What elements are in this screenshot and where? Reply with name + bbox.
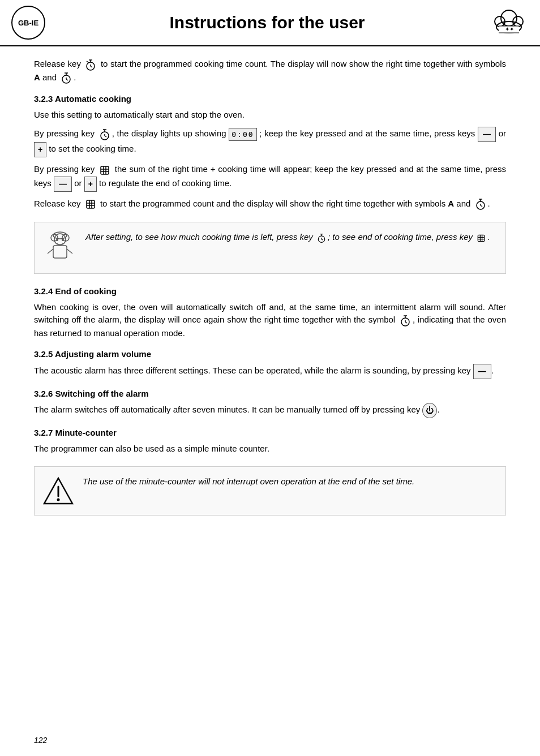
page-number: 122 <box>34 736 47 745</box>
s3-2-7-p1: The programmer can also be used as a sim… <box>34 443 506 456</box>
intro-paragraph: Release key to start the programmed cook… <box>34 58 506 84</box>
svg-point-65 <box>57 499 60 501</box>
power-key-326: ⏻ <box>422 403 437 418</box>
svg-point-39 <box>54 234 66 245</box>
svg-line-62 <box>405 322 407 323</box>
timer-key-p4 <box>474 197 487 211</box>
section-3-2-5-heading: 3.2.5 Adjusting alarm volume <box>34 348 506 361</box>
header: GB-IE Instructions for the user ✦✦ <box>0 0 540 46</box>
minus-key: — <box>478 127 496 142</box>
timer-key-icon <box>84 58 97 71</box>
alarm-key-chef <box>476 231 486 244</box>
svg-line-52 <box>322 239 323 240</box>
alarm-key-p3 <box>98 164 111 177</box>
svg-line-18 <box>66 79 68 80</box>
page-title: Instructions for the user <box>45 13 489 32</box>
svg-line-45 <box>67 249 72 254</box>
warning-note-text: The use of the minute-counter will not i… <box>83 475 414 488</box>
minus-key-325: — <box>473 364 491 379</box>
timer-key-chef <box>316 231 327 244</box>
svg-point-40 <box>53 232 67 239</box>
warning-triangle-icon <box>43 475 74 506</box>
svg-rect-24 <box>101 166 109 174</box>
section-3-2-6-heading: 3.2.6 Switching off the alarm <box>34 388 506 401</box>
timer-key-324 <box>399 314 412 327</box>
svg-text:✦✦: ✦✦ <box>505 26 514 32</box>
svg-rect-53 <box>478 235 484 241</box>
s3-2-3-p1: Use this setting to automatically start … <box>34 109 506 122</box>
s3-2-5-p1: The acoustic alarm has three different s… <box>34 364 506 379</box>
svg-rect-43 <box>53 246 67 258</box>
svg-point-46 <box>56 239 58 241</box>
svg-line-44 <box>48 249 53 254</box>
chef-figure-icon <box>43 231 77 265</box>
content: Release key to start the programmed cook… <box>0 46 540 549</box>
alarm-key-p4 <box>84 197 97 211</box>
display-0-00: 0:00 <box>229 128 256 141</box>
svg-line-13 <box>87 61 89 63</box>
timer-key-p2 <box>98 128 111 141</box>
s3-2-3-p2: By pressing key , the display lights up … <box>34 127 506 157</box>
plus-key: + <box>34 142 46 157</box>
s3-2-3-p4: Release key to start the programmed coun… <box>34 197 506 211</box>
chef-note-text: After setting, to see how much cooking t… <box>85 231 490 244</box>
section-3-2-4-heading: 3.2.4 End of cooking <box>34 285 506 298</box>
logo-icon: ✦✦ <box>491 6 528 40</box>
section-3-2-7-heading: 3.2.7 Minute-counter <box>34 427 506 440</box>
svg-point-47 <box>62 239 64 241</box>
svg-rect-29 <box>87 200 95 208</box>
timer-key-icon-2 <box>60 71 72 84</box>
s3-2-3-p3: By pressing key the sum of the right tim… <box>34 163 506 192</box>
svg-line-12 <box>91 66 92 67</box>
section-3-2-3-heading: 3.2.3 Automatic cooking <box>34 93 506 106</box>
minus-key-2: — <box>54 177 72 192</box>
warning-box: The use of the minute-counter will not i… <box>34 466 506 516</box>
svg-line-23 <box>105 136 106 137</box>
plus-key-2: + <box>84 177 97 192</box>
s3-2-4-p1: When cooking is over, the oven will auto… <box>34 301 506 340</box>
s3-2-6-p1: The alarm switches off automatically aft… <box>34 403 506 418</box>
gb-ie-badge: GB-IE <box>11 6 45 40</box>
svg-line-38 <box>481 205 482 207</box>
page: GB-IE Instructions for the user ✦✦ Relea… <box>0 0 540 756</box>
chef-info-box: After setting, to see how much cooking t… <box>34 222 506 274</box>
header-logo: ✦✦ <box>489 6 529 40</box>
